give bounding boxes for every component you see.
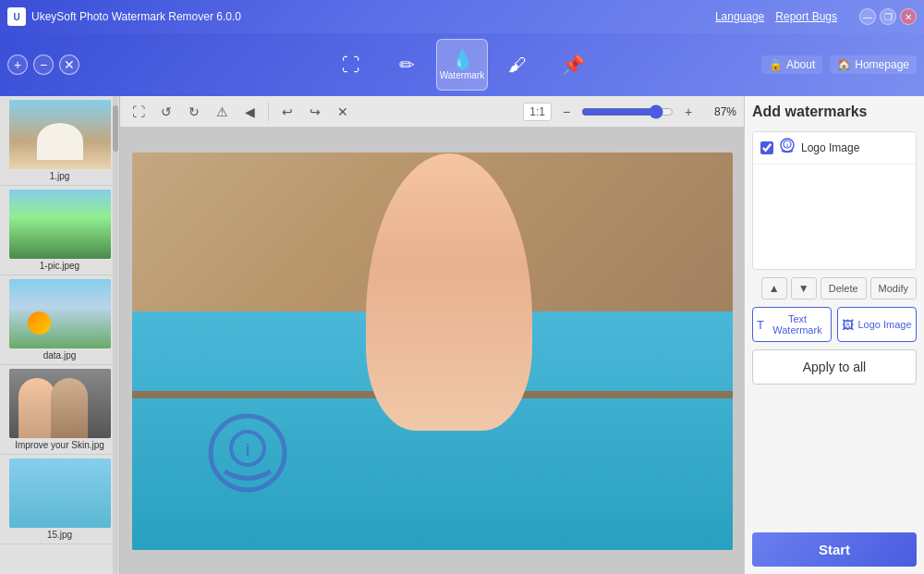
file-name: Improve your Skin.jpg <box>15 440 104 450</box>
redo-tool[interactable]: ↪ <box>304 101 326 123</box>
pin-icon: 📌 <box>562 55 585 74</box>
lock-icon: 🔒 <box>769 58 783 71</box>
homepage-button[interactable]: 🏠 Homepage <box>830 55 917 74</box>
svg-text:i: i <box>245 441 249 459</box>
pen-icon: ✏ <box>399 55 415 74</box>
close-file-button[interactable]: ✕ <box>59 55 79 75</box>
crop-icon: ⛶ <box>342 55 360 74</box>
apply-all-button[interactable]: Apply to all <box>752 349 917 385</box>
app-icon: U <box>7 7 26 26</box>
flip-tool[interactable]: ⚠ <box>211 101 233 123</box>
language-link[interactable]: Language <box>715 10 764 23</box>
home-icon: 🏠 <box>837 58 851 71</box>
file-name: 1.jpg <box>50 171 70 181</box>
file-item[interactable]: 1.jpg <box>0 96 119 186</box>
window-buttons: — ❐ ✕ <box>859 8 917 25</box>
file-thumbnail <box>9 458 111 528</box>
report-bugs-link[interactable]: Report Bugs <box>775 10 837 23</box>
crop-tool-button[interactable]: ⛶ <box>325 39 377 91</box>
pin-tool-button[interactable]: 📌 <box>547 39 599 91</box>
pen-tool-button[interactable]: ✏ <box>381 39 432 91</box>
watermark-tool-button[interactable]: 💧 Watermark <box>436 39 488 91</box>
svg-text:i: i <box>786 142 788 148</box>
watermark-overlay: i <box>206 411 289 495</box>
watermark-svg: i <box>206 411 289 495</box>
rotate-cw-tool[interactable]: ↻ <box>183 101 205 123</box>
file-ops: + − ✕ <box>7 55 79 75</box>
main-image: i <box>132 153 733 550</box>
file-thumbnail <box>9 369 111 438</box>
maximize-button[interactable]: ❐ <box>880 8 896 25</box>
minimize-button[interactable]: — <box>859 8 876 25</box>
list-controls: ▲ ▼ Delete Modify <box>752 277 917 299</box>
add-watermark-buttons: T Text Watermark 🖼 Logo Image <box>752 307 917 342</box>
zoom-in-button[interactable]: + <box>677 101 699 123</box>
file-item[interactable]: data.jpg <box>0 275 119 365</box>
zoom-reset-button[interactable]: 1:1 <box>523 103 552 121</box>
watermark-icon: 💧 <box>451 50 474 68</box>
file-thumbnail <box>9 100 111 169</box>
file-name: 1-pic.jpeg <box>40 261 79 271</box>
delete-watermark-button[interactable]: Delete <box>821 277 867 299</box>
start-button[interactable]: Start <box>752 532 917 567</box>
close-button[interactable]: ✕ <box>900 8 917 25</box>
scroll-thumb[interactable] <box>113 105 118 152</box>
right-panel: Add watermarks i Logo Image ▲ ▼ D <box>744 96 924 574</box>
zoom-out-button[interactable]: − <box>555 101 578 123</box>
canvas-toolbar: ⛶ ↺ ↻ ⚠ ◀ ↩ ↪ ✕ 1:1 − + 87% <box>120 96 744 128</box>
flip-h-tool[interactable]: ◀ <box>238 101 261 123</box>
file-item[interactable]: Improve your Skin.jpg <box>0 365 119 455</box>
logo-image-icon: 🖼 <box>842 318 854 332</box>
title-right-controls: Language Report Bugs — ❐ ✕ <box>715 8 917 25</box>
header-right: 🔒 About 🏠 Homepage <box>761 55 917 74</box>
text-watermark-icon: T <box>757 318 764 332</box>
file-thumbnail <box>9 279 111 348</box>
add-file-button[interactable]: + <box>7 55 28 75</box>
zoom-section: 1:1 − + 87% <box>523 101 736 123</box>
about-button[interactable]: 🔒 About <box>761 55 822 74</box>
spacer <box>752 392 917 525</box>
watermark-tool-label: Watermark <box>440 70 485 80</box>
app-title: UkeySoft Photo Watermark Remover 6.0.0 <box>31 10 715 23</box>
brush-tool-button[interactable]: 🖌 <box>492 39 543 91</box>
logo-watermark-icon: i <box>779 138 796 158</box>
watermark-list: i Logo Image <box>752 131 917 270</box>
toolbar-divider <box>268 103 269 121</box>
add-logo-image-button[interactable]: 🖼 Logo Image <box>837 307 917 342</box>
transform-tool[interactable]: ⛶ <box>128 101 150 123</box>
main-toolbar: + − ✕ ⛶ ✏ 💧 Watermark 🖌 📌 🔒 About 🏠 Home… <box>0 33 924 96</box>
zoom-percent: 87% <box>703 105 736 118</box>
file-name: 15.jpg <box>47 530 72 540</box>
watermark-checkbox[interactable] <box>760 141 773 154</box>
zoom-slider[interactable] <box>581 104 674 119</box>
add-text-watermark-button[interactable]: T Text Watermark <box>752 307 832 342</box>
watermark-item-label: Logo Image <box>801 141 859 154</box>
file-item[interactable]: 15.jpg <box>0 455 119 544</box>
file-list-items: 1.jpg 1-pic.jpeg data.jpg <box>0 96 119 544</box>
rotate-ccw-tool[interactable]: ↺ <box>155 101 177 123</box>
main-content: 1.jpg 1-pic.jpeg data.jpg <box>0 96 924 574</box>
watermark-item[interactable]: i Logo Image <box>753 132 916 165</box>
file-item[interactable]: 1-pic.jpeg <box>0 186 119 275</box>
titlebar: U UkeySoft Photo Watermark Remover 6.0.0… <box>0 0 924 33</box>
clear-tool[interactable]: ✕ <box>332 101 354 123</box>
remove-file-button[interactable]: − <box>33 55 54 75</box>
panel-title: Add watermarks <box>752 104 917 120</box>
file-list-panel: 1.jpg 1-pic.jpeg data.jpg <box>0 96 120 574</box>
modify-watermark-button[interactable]: Modify <box>870 277 917 299</box>
scroll-track <box>113 96 118 574</box>
move-down-button[interactable]: ▼ <box>791 277 817 299</box>
canvas-image-area[interactable]: i <box>120 128 744 574</box>
file-thumbnail <box>9 189 111 259</box>
file-list-scroll[interactable]: 1.jpg 1-pic.jpeg data.jpg <box>0 96 119 574</box>
brush-icon: 🖌 <box>508 55 527 74</box>
move-up-button[interactable]: ▲ <box>761 277 787 299</box>
undo-tool[interactable]: ↩ <box>276 101 298 123</box>
file-name: data.jpg <box>43 350 77 360</box>
canvas-area: ⛶ ↺ ↻ ⚠ ◀ ↩ ↪ ✕ 1:1 − + 87% <box>120 96 744 574</box>
